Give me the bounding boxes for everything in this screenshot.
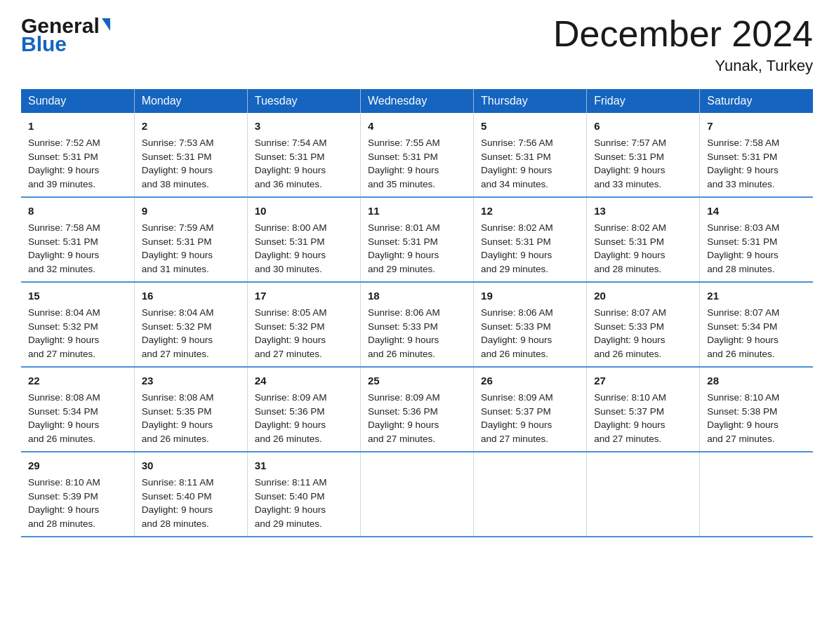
cell-info: Sunrise: 8:09 AMSunset: 5:37 PMDaylight:…: [481, 392, 553, 444]
cell-info: Sunrise: 8:06 AMSunset: 5:33 PMDaylight:…: [481, 307, 553, 359]
calendar-week-row: 1Sunrise: 7:52 AMSunset: 5:31 PMDaylight…: [21, 113, 813, 197]
col-tuesday: Tuesday: [247, 89, 360, 113]
cell-info: Sunrise: 8:02 AMSunset: 5:31 PMDaylight:…: [481, 222, 553, 274]
calendar-cell: 20Sunrise: 8:07 AMSunset: 5:33 PMDayligh…: [587, 282, 700, 367]
logo-blue: Blue: [21, 32, 67, 56]
cell-info: Sunrise: 7:54 AMSunset: 5:31 PMDaylight:…: [255, 137, 327, 189]
calendar-cell: 23Sunrise: 8:08 AMSunset: 5:35 PMDayligh…: [134, 367, 247, 452]
calendar-cell: 31Sunrise: 8:11 AMSunset: 5:40 PMDayligh…: [247, 452, 360, 537]
title-block: December 2024 Yunak, Turkey: [553, 14, 813, 75]
calendar-cell: 4Sunrise: 7:55 AMSunset: 5:31 PMDaylight…: [360, 113, 473, 197]
calendar-cell: 3Sunrise: 7:54 AMSunset: 5:31 PMDaylight…: [247, 113, 360, 197]
cell-info: Sunrise: 8:02 AMSunset: 5:31 PMDaylight:…: [594, 222, 666, 274]
day-number: 15: [28, 288, 127, 304]
calendar-cell: 16Sunrise: 8:04 AMSunset: 5:32 PMDayligh…: [134, 282, 247, 367]
calendar-cell: 22Sunrise: 8:08 AMSunset: 5:34 PMDayligh…: [21, 367, 134, 452]
day-number: 19: [481, 288, 579, 304]
col-wednesday: Wednesday: [360, 89, 473, 113]
day-number: 21: [707, 288, 806, 304]
cell-info: Sunrise: 8:03 AMSunset: 5:31 PMDaylight:…: [707, 222, 779, 274]
cell-info: Sunrise: 7:57 AMSunset: 5:31 PMDaylight:…: [594, 137, 666, 189]
logo-triangle-icon: [102, 18, 110, 31]
cell-info: Sunrise: 8:06 AMSunset: 5:33 PMDaylight:…: [368, 307, 440, 359]
page-header: General Blue December 2024 Yunak, Turkey: [21, 14, 813, 75]
day-number: 31: [255, 458, 353, 474]
cell-info: Sunrise: 8:08 AMSunset: 5:34 PMDaylight:…: [28, 392, 100, 444]
day-number: 4: [368, 119, 466, 134]
calendar-week-row: 15Sunrise: 8:04 AMSunset: 5:32 PMDayligh…: [21, 282, 813, 367]
col-saturday: Saturday: [700, 89, 813, 113]
cell-info: Sunrise: 8:07 AMSunset: 5:34 PMDaylight:…: [707, 307, 779, 359]
cell-info: Sunrise: 8:10 AMSunset: 5:38 PMDaylight:…: [707, 392, 779, 444]
calendar-cell: 2Sunrise: 7:53 AMSunset: 5:31 PMDaylight…: [134, 113, 247, 197]
cell-info: Sunrise: 8:05 AMSunset: 5:32 PMDaylight:…: [255, 307, 327, 359]
day-number: 9: [142, 203, 240, 219]
col-sunday: Sunday: [21, 89, 134, 113]
cell-info: Sunrise: 8:10 AMSunset: 5:37 PMDaylight:…: [594, 392, 666, 444]
col-thursday: Thursday: [474, 89, 587, 113]
calendar-cell: 11Sunrise: 8:01 AMSunset: 5:31 PMDayligh…: [360, 197, 473, 282]
calendar-cell: 6Sunrise: 7:57 AMSunset: 5:31 PMDaylight…: [587, 113, 700, 197]
day-number: 14: [707, 203, 806, 219]
day-number: 23: [142, 373, 240, 389]
calendar-cell: [587, 452, 700, 537]
cell-info: Sunrise: 8:01 AMSunset: 5:31 PMDaylight:…: [368, 222, 440, 274]
cell-info: Sunrise: 7:56 AMSunset: 5:31 PMDaylight:…: [481, 137, 553, 189]
day-number: 29: [28, 458, 127, 474]
day-number: 16: [142, 288, 240, 304]
calendar-cell: 10Sunrise: 8:00 AMSunset: 5:31 PMDayligh…: [247, 197, 360, 282]
day-number: 7: [707, 119, 806, 134]
calendar-cell: 1Sunrise: 7:52 AMSunset: 5:31 PMDaylight…: [21, 113, 134, 197]
calendar-cell: 24Sunrise: 8:09 AMSunset: 5:36 PMDayligh…: [247, 367, 360, 452]
day-number: 13: [594, 203, 692, 219]
calendar-cell: 28Sunrise: 8:10 AMSunset: 5:38 PMDayligh…: [700, 367, 813, 452]
calendar-cell: 5Sunrise: 7:56 AMSunset: 5:31 PMDaylight…: [474, 113, 587, 197]
cell-info: Sunrise: 8:00 AMSunset: 5:31 PMDaylight:…: [255, 222, 327, 274]
calendar-cell: [700, 452, 813, 537]
cell-info: Sunrise: 8:09 AMSunset: 5:36 PMDaylight:…: [368, 392, 440, 444]
calendar-cell: 25Sunrise: 8:09 AMSunset: 5:36 PMDayligh…: [360, 367, 473, 452]
day-number: 30: [142, 458, 240, 474]
calendar-cell: 12Sunrise: 8:02 AMSunset: 5:31 PMDayligh…: [474, 197, 587, 282]
calendar-cell: 21Sunrise: 8:07 AMSunset: 5:34 PMDayligh…: [700, 282, 813, 367]
day-number: 10: [255, 203, 353, 219]
calendar-table: Sunday Monday Tuesday Wednesday Thursday…: [21, 89, 813, 537]
day-number: 22: [28, 373, 127, 389]
calendar-cell: 14Sunrise: 8:03 AMSunset: 5:31 PMDayligh…: [700, 197, 813, 282]
cell-info: Sunrise: 8:04 AMSunset: 5:32 PMDaylight:…: [142, 307, 214, 359]
cell-info: Sunrise: 7:55 AMSunset: 5:31 PMDaylight:…: [368, 137, 440, 189]
cell-info: Sunrise: 8:08 AMSunset: 5:35 PMDaylight:…: [142, 392, 214, 444]
day-number: 20: [594, 288, 692, 304]
cell-info: Sunrise: 7:59 AMSunset: 5:31 PMDaylight:…: [142, 222, 214, 274]
calendar-cell: 9Sunrise: 7:59 AMSunset: 5:31 PMDaylight…: [134, 197, 247, 282]
col-monday: Monday: [134, 89, 247, 113]
day-number: 5: [481, 119, 579, 134]
calendar-week-row: 22Sunrise: 8:08 AMSunset: 5:34 PMDayligh…: [21, 367, 813, 452]
calendar-cell: 17Sunrise: 8:05 AMSunset: 5:32 PMDayligh…: [247, 282, 360, 367]
calendar-cell: 19Sunrise: 8:06 AMSunset: 5:33 PMDayligh…: [474, 282, 587, 367]
day-number: 24: [255, 373, 353, 389]
cell-info: Sunrise: 8:07 AMSunset: 5:33 PMDaylight:…: [594, 307, 666, 359]
calendar-header-row: Sunday Monday Tuesday Wednesday Thursday…: [21, 89, 813, 113]
cell-info: Sunrise: 8:10 AMSunset: 5:39 PMDaylight:…: [28, 477, 100, 529]
cell-info: Sunrise: 7:53 AMSunset: 5:31 PMDaylight:…: [142, 137, 214, 189]
calendar-week-row: 29Sunrise: 8:10 AMSunset: 5:39 PMDayligh…: [21, 452, 813, 537]
day-number: 28: [707, 373, 806, 389]
calendar-cell: [474, 452, 587, 537]
calendar-subtitle: Yunak, Turkey: [553, 57, 813, 75]
cell-info: Sunrise: 8:11 AMSunset: 5:40 PMDaylight:…: [142, 477, 214, 529]
cell-info: Sunrise: 7:52 AMSunset: 5:31 PMDaylight:…: [28, 137, 100, 189]
calendar-cell: [360, 452, 473, 537]
cell-info: Sunrise: 8:09 AMSunset: 5:36 PMDaylight:…: [255, 392, 327, 444]
calendar-cell: 27Sunrise: 8:10 AMSunset: 5:37 PMDayligh…: [587, 367, 700, 452]
day-number: 12: [481, 203, 579, 219]
calendar-cell: 29Sunrise: 8:10 AMSunset: 5:39 PMDayligh…: [21, 452, 134, 537]
day-number: 25: [368, 373, 466, 389]
calendar-cell: 18Sunrise: 8:06 AMSunset: 5:33 PMDayligh…: [360, 282, 473, 367]
logo: General Blue: [21, 14, 110, 56]
cell-info: Sunrise: 8:11 AMSunset: 5:40 PMDaylight:…: [255, 477, 327, 529]
cell-info: Sunrise: 7:58 AMSunset: 5:31 PMDaylight:…: [28, 222, 100, 274]
day-number: 27: [594, 373, 692, 389]
day-number: 26: [481, 373, 579, 389]
calendar-cell: 13Sunrise: 8:02 AMSunset: 5:31 PMDayligh…: [587, 197, 700, 282]
